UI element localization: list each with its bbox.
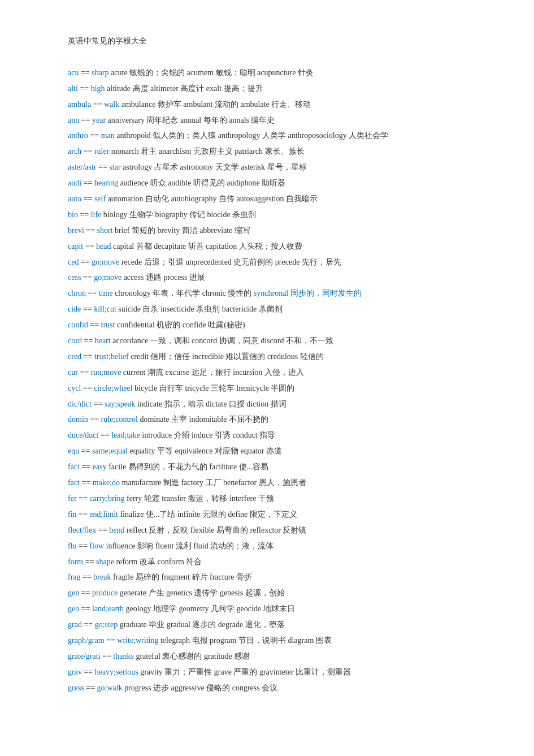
line-fer: fer == carry;bring ferry 轮渡 transfer 搬运，… [68, 491, 489, 506]
sep: == [81, 573, 94, 581]
line-graph: graph/gram == write;writing telegraph 电报… [68, 633, 489, 648]
root-ced: ced [68, 258, 79, 266]
meaning-faci: easy [93, 463, 107, 471]
line-equ: equ == same;equal equality 平等 equivalenc… [68, 444, 489, 459]
sep: == [83, 558, 96, 566]
sep: == [84, 226, 97, 235]
meaning-auto: self [94, 195, 106, 203]
examples-cur: current 潮流 excurse 远足，旅行 incursion 入侵，进入 [121, 368, 304, 377]
meaning-anthro: man [101, 131, 115, 140]
meaning-audi: hearing [94, 179, 118, 187]
line-brevi: brevi == short brief 简短的 brevity 简洁 abbr… [68, 223, 489, 238]
examples-grate: grateful 衷心感谢的 gratitude 感谢 [134, 652, 250, 660]
sep: == [101, 652, 114, 660]
sep: == [79, 68, 92, 77]
meaning-dic: say;speak [105, 400, 135, 408]
line-cide: cide == kill;cut suicide 自杀 insecticide … [68, 302, 489, 317]
meaning-cord: heart [95, 336, 111, 345]
sep: == [79, 447, 92, 455]
meaning-cred: trust;belief [94, 352, 129, 361]
line-anthro: anthro == man anthropoid 似人类的；类人猿 anthro… [68, 128, 489, 143]
line-auto: auto == self automation 自动化 autobiograph… [68, 192, 489, 206]
root-flect: flect/flex [68, 526, 97, 534]
examples-cycl: bicycle 自行车 tricycle 三轮车 hemicycle 半圆的 [133, 384, 295, 392]
root-anthro: anthro [68, 131, 88, 140]
line-aster: aster/astr == star astrology 占星术 astrono… [68, 160, 489, 175]
meaning-cycl: circle;wheel [94, 384, 132, 392]
line-capit: capit == head capital 首都 decapitate 斩首 c… [68, 239, 489, 254]
line-acu: acu == sharp acute 敏锐的；尖锐的 acumem 敏锐；聪明 … [68, 66, 489, 80]
meaning-gen: produce [92, 589, 118, 597]
root-grad: grad [68, 620, 82, 629]
line-ced: ced == go;move recede 后退；引退 unprecedente… [68, 255, 489, 270]
meaning-brevi: short [97, 226, 113, 235]
meaning-form: shape [96, 558, 114, 566]
blue-text-chron: synchronal 同步的，同时发生的 [254, 289, 362, 297]
root-fer: fer [68, 494, 77, 503]
meaning-duce: lead;take [111, 431, 140, 439]
root-confid: confid [68, 321, 88, 329]
meaning-chron: time [99, 289, 113, 297]
meaning-fer: carry;bring [89, 494, 124, 503]
root-brevi: brevi [68, 226, 84, 235]
line-faci: faci == easy facile 易得到的，不花力气的 facilitat… [68, 460, 489, 474]
meaning-gress: go;walk [97, 684, 123, 692]
root-bio: bio [68, 210, 78, 219]
root-acu: acu [68, 68, 79, 77]
sep: == [77, 542, 90, 550]
examples-confid: confidential 机密的 confide 吐露(秘密) [115, 321, 245, 329]
examples-audi: audience 听众 audible 听得见的 audiphone 助听器 [118, 179, 285, 187]
examples-cide: suicide 自杀 insecticide 杀虫剂 bactericide 杀… [116, 305, 283, 313]
line-confid: confid == trust confidential 机密的 confide… [68, 318, 489, 332]
sep: == [92, 400, 105, 408]
meaning-aster: star [109, 163, 120, 171]
meaning-equ: same;equal [92, 447, 128, 455]
root-cur: cur [68, 368, 78, 377]
sep: == [78, 84, 91, 93]
meaning-cide: kill;cut [94, 305, 116, 313]
sep: == [83, 242, 96, 250]
line-grav: grav == heavy;serious gravity 重力；严重性 gra… [68, 665, 489, 680]
line-arch: arch == ruler monarch 君主 anarchism 无政府主义… [68, 144, 489, 159]
root-geo: geo [68, 604, 79, 613]
meaning-grad: go;step [95, 620, 118, 629]
sep: == [105, 636, 118, 645]
line-duce: duce/duct == lead;take introduce 介绍 indu… [68, 428, 489, 443]
root-auto: auto [68, 195, 81, 203]
root-cide: cide [68, 305, 81, 313]
examples-brevi: brief 简短的 brevity 简洁 abbreviate 缩写 [113, 226, 250, 235]
sep: == [86, 289, 99, 297]
examples-chron: chronology 年表，年代学 chronic 慢性的 [113, 289, 254, 297]
examples-cess: access 通路 process 进展 [121, 273, 205, 282]
line-cur: cur == run;move current 潮流 excurse 远足，旅行… [68, 365, 489, 380]
meaning-ann: year [92, 116, 106, 124]
meaning-alti: high [91, 84, 105, 93]
line-alti: alti == high altitude 高度 altimeter 高度计 e… [68, 81, 489, 96]
sep: == [82, 620, 95, 629]
root-flu: flu [68, 542, 77, 550]
line-frag: frag == break fragile 易碎的 fragment 碎片 fr… [68, 570, 489, 585]
examples-flu: influence 影响 fluent 流利 fluid 流动的；液，流体 [104, 542, 273, 550]
meaning-geo: land;earth [92, 604, 124, 613]
sep: == [79, 589, 92, 597]
root-faci: faci [68, 463, 80, 471]
sep: == [78, 368, 91, 377]
sep: == [80, 463, 93, 471]
root-frag: frag [68, 573, 81, 581]
sep: == [77, 510, 90, 519]
line-dic: dic/dict == say;speak indicate 指示，暗示 dic… [68, 397, 489, 412]
meaning-grav: heavy;serious [95, 668, 138, 676]
examples-ambula: ambulance 救护车 ambulant 流动的 ambulate 行走、移… [119, 100, 311, 109]
examples-aster: astrology 占星术 astronomy 天文学 asterisk 星号，… [121, 163, 307, 171]
sep: == [84, 684, 97, 692]
root-capit: capit [68, 242, 83, 250]
sep: == [91, 100, 104, 109]
examples-graph: telegraph 电报 program 节目，说明书 diagram 图表 [158, 636, 331, 645]
examples-form: reform 改革 conform 符合 [114, 558, 202, 566]
meaning-flu: flow [89, 542, 104, 550]
root-arch: arch [68, 147, 81, 155]
sep: == [98, 431, 111, 439]
examples-fact: manufacture 制造 factory 工厂 benefactor 恩人，… [120, 478, 306, 487]
examples-dic: indicate 指示，暗示 dictate 口授 diction 措词 [135, 400, 286, 408]
meaning-capit: head [96, 242, 111, 250]
